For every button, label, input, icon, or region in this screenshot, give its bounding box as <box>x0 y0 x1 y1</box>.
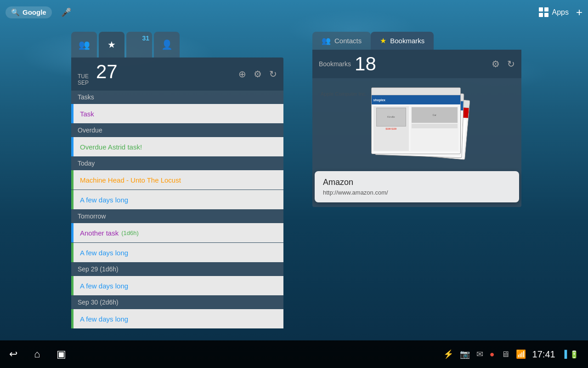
bookmarks-header: Bookmarks 18 ⚙ ↻ <box>312 50 521 78</box>
bookmarks-header-title: Bookmarks <box>319 60 351 68</box>
email-icon: ✉ <box>476 349 483 359</box>
date-day-month: Tue SEP <box>78 73 90 86</box>
apps-button[interactable]: Apps <box>539 7 569 17</box>
tab-contacts[interactable]: 👥 Contacts <box>312 32 371 50</box>
contacts-tab-icon: 👥 <box>322 36 331 45</box>
tab-contacts[interactable]: 👤 <box>154 32 180 58</box>
amazon-url: http://www.amazon.com/ <box>323 189 511 196</box>
bookmarks-tabs: 👥 Contacts ★ Bookmarks <box>312 32 521 50</box>
people-icon: 👥 <box>79 39 90 50</box>
topbar-left: 🔍 Google 🎤 <box>6 6 71 18</box>
browser-thumb-front[interactable]: shoplex Kindle $199 $139 C <box>371 87 461 154</box>
topbar-right: Apps + <box>539 6 582 19</box>
star-icon: ★ <box>107 39 116 50</box>
bookmarks-widget: 👥 Contacts ★ Bookmarks Bookmarks 18 ⚙ ↻ <box>312 32 521 207</box>
apple-computer-text: Apple Computer Inc. <box>321 91 367 97</box>
section-sep30: Sep 30 (2d6h) <box>71 296 283 309</box>
bookmarks-refresh-icon[interactable]: ↻ <box>507 58 515 69</box>
month-label: SEP <box>78 80 89 86</box>
apps-label: Apps <box>552 8 569 17</box>
clock-display: 17:41 <box>532 349 555 360</box>
section-today-label: Today <box>78 160 95 167</box>
task-item[interactable]: Overdue Astrid task! <box>71 137 283 156</box>
task-few-days-3: A few days long <box>80 282 128 290</box>
bookmarks-tab-label: Bookmarks <box>390 37 424 45</box>
task-overdue-text: Overdue Astrid task! <box>80 143 142 151</box>
tab-bookmarks[interactable]: ★ Bookmarks <box>371 32 434 50</box>
badge-count: 31 <box>142 34 149 42</box>
add-widget-button[interactable]: + <box>576 6 582 19</box>
date-display: Tue SEP 27 <box>78 62 121 86</box>
screenshot-icon: 📷 <box>460 349 470 359</box>
bookmarks-content: CNET shoplex <box>312 78 521 207</box>
widgets-area: 👥 ★ 31 👤 Tue SEP 27 <box>0 24 588 340</box>
task-few-days-1: A few days long <box>80 196 128 204</box>
apps-grid-icon <box>539 7 548 17</box>
status-bar: ⚡ 📷 ✉ ● 🖥 📶 17:41 ▐ 🔋 <box>443 349 579 360</box>
task-duration: (1d6h) <box>121 230 139 236</box>
signal-icon: ▐ <box>562 350 567 358</box>
tab-people[interactable]: 👥 <box>71 32 97 58</box>
google-label: Google <box>23 8 46 16</box>
section-sep30-label: Sep 30 (2d6h) <box>78 299 119 306</box>
section-today: Today <box>71 157 283 170</box>
contacts-icon: 👤 <box>161 39 173 50</box>
topbar: 🔍 Google 🎤 Apps + <box>0 0 588 24</box>
task-item[interactable]: A few days long <box>71 243 283 262</box>
tasks-widget-tabs: 👥 ★ 31 👤 <box>71 32 283 58</box>
star-tab-icon: ★ <box>380 36 386 45</box>
tasks-add-icon[interactable]: ⊕ <box>238 69 246 80</box>
task-item[interactable]: A few days long <box>71 276 283 295</box>
battery-indicator: ▐ 🔋 <box>562 350 579 359</box>
section-tasks: Tasks <box>71 91 283 104</box>
apple-label: Apple Computer Inc. <box>321 91 367 97</box>
task-item[interactable]: Another task (1d6h) <box>71 223 283 242</box>
back-button[interactable]: ↩ <box>9 348 17 360</box>
tasks-widget: 👥 ★ 31 👤 Tue SEP 27 <box>71 32 283 329</box>
task-few-days-4: A few days long <box>80 315 128 323</box>
day-label: Tue <box>78 73 89 80</box>
task-few-days-2: A few days long <box>80 249 128 257</box>
bookmarks-settings-icon[interactable]: ⚙ <box>492 58 500 69</box>
section-overdue-label: Overdue <box>78 126 102 134</box>
amazon-tooltip[interactable]: Amazon http://www.amazon.com/ <box>315 171 519 202</box>
usb-icon: ⚡ <box>443 349 453 359</box>
tasks-header-icons: ⊕ ⚙ ↻ <box>238 69 277 80</box>
task-text: Task <box>80 110 94 118</box>
contacts-tab-label: Contacts <box>334 37 362 45</box>
home-button[interactable]: ⌂ <box>34 348 40 360</box>
section-tomorrow-label: Tomorrow <box>78 213 106 220</box>
bookmarks-header-icons: ⚙ ↻ <box>492 58 515 69</box>
search-icon: 🔍 <box>11 8 20 17</box>
alert-icon: ● <box>490 350 495 359</box>
tab-badge[interactable]: 31 <box>126 32 152 58</box>
mic-icon[interactable]: 🎤 <box>61 7 71 17</box>
bookmarks-widget-body: Bookmarks 18 ⚙ ↻ CNET <box>312 50 521 207</box>
section-sep29: Sep 29 (1d6h) <box>71 263 283 276</box>
tasks-widget-header: Tue SEP 27 ⊕ ⚙ ↻ <box>71 58 283 91</box>
tasks-refresh-icon[interactable]: ↻ <box>269 69 277 80</box>
tab-star[interactable]: ★ <box>99 32 124 58</box>
screen-icon: 🖥 <box>501 350 509 359</box>
section-overdue: Overdue <box>71 124 283 137</box>
bottombar: ↩ ⌂ ▣ ⚡ 📷 ✉ ● 🖥 📶 17:41 ▐ 🔋 <box>0 340 588 368</box>
tasks-settings-icon[interactable]: ⚙ <box>254 69 262 80</box>
task-another: Another task <box>80 229 119 237</box>
bookmarks-count: 18 <box>355 54 376 74</box>
task-item[interactable]: A few days long <box>71 190 283 209</box>
task-machine-head: Machine Head - Unto The Locust <box>80 176 181 184</box>
browser-thumbnails[interactable]: CNET shoplex <box>367 87 468 161</box>
recents-button[interactable]: ▣ <box>57 348 66 360</box>
wifi-icon: 📶 <box>516 349 526 359</box>
task-item[interactable]: Task <box>71 104 283 123</box>
section-sep29-label: Sep 29 (1d6h) <box>78 265 119 273</box>
task-item[interactable]: Machine Head - Unto The Locust <box>71 170 283 190</box>
google-search-bar[interactable]: 🔍 Google <box>6 6 52 18</box>
nav-buttons: ↩ ⌂ ▣ <box>9 348 66 360</box>
date-number: 27 <box>96 62 118 81</box>
battery-icon: 🔋 <box>570 350 579 359</box>
amazon-name: Amazon <box>323 178 511 187</box>
section-tasks-label: Tasks <box>78 93 94 101</box>
section-tomorrow: Tomorrow <box>71 210 283 223</box>
task-item[interactable]: A few days long <box>71 309 283 328</box>
